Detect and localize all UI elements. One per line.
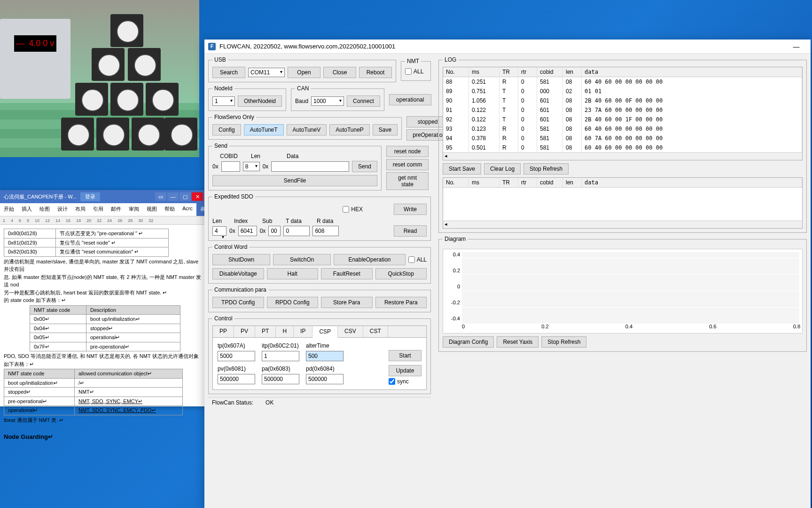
log-row[interactable]: 950.501R05810860 40 60 00 00 00 00 00 (443, 143, 802, 152)
len-select[interactable]: 8 (243, 162, 260, 171)
shutdown-button[interactable]: ShutDown (212, 254, 270, 265)
log-row[interactable]: 920.122T0601082B 40 60 00 1F 00 00 00 (443, 115, 802, 124)
tab-pt[interactable]: PT (255, 326, 276, 337)
log-row[interactable]: 890.751T00000201 01 (443, 87, 802, 96)
quickstop-button[interactable]: QuickStop (375, 268, 427, 279)
hex-check[interactable]: HEX (343, 206, 363, 213)
ribbon-tab[interactable]: 帮助 (161, 203, 179, 216)
faultreset-button[interactable]: FaultReset (321, 268, 373, 279)
nmt-resetnode-button[interactable]: reset node (386, 146, 429, 157)
startsave-button[interactable]: Start Save (443, 163, 481, 175)
word-minimize[interactable]: — (167, 192, 179, 201)
halt-button[interactable]: Halt (267, 268, 319, 279)
tab-pv[interactable]: PV (234, 326, 255, 337)
data-input[interactable] (271, 161, 349, 172)
enableop-button[interactable]: EnableOperation (334, 254, 405, 265)
itp-input[interactable] (262, 351, 299, 361)
close-button[interactable]: Close (323, 67, 356, 78)
sdo-index-input[interactable] (238, 226, 257, 236)
cobid-input[interactable] (221, 161, 240, 172)
autotunev-button[interactable]: AutoTuneV (287, 124, 327, 135)
ribbon-tab[interactable]: 绘图 (36, 203, 54, 216)
pv-input[interactable] (218, 374, 255, 384)
log-table-2[interactable]: No. ms TR rtr cobid len data (443, 177, 803, 229)
switchon-button[interactable]: SwitchOn (273, 254, 331, 265)
sync-check[interactable]: sync (389, 378, 422, 385)
search-button[interactable]: Search (212, 67, 245, 78)
ribbon-tab[interactable]: 开始 (0, 203, 18, 216)
tab-pp[interactable]: PP (213, 326, 234, 337)
log-row[interactable]: 880.251R05810860 40 60 00 00 00 00 00 (443, 77, 802, 87)
disablev-button[interactable]: DisableVoltage (212, 268, 264, 279)
word-ribbon-toggle[interactable]: ▭ (155, 192, 166, 201)
altertime-input[interactable] (306, 351, 344, 361)
send-button[interactable]: Send (352, 161, 377, 172)
nmt-resetcomm-button[interactable]: reset comm (386, 159, 429, 170)
stoprefresh-button[interactable]: Stop Refresh (523, 163, 569, 175)
nmt-getstate-button[interactable]: get nmt state (386, 172, 429, 190)
word-titlebar[interactable]: 心流伺服_CANOPEN手册 - W... 登录 ▭ — ▢ ✕ (0, 190, 207, 203)
tab-csp[interactable]: CSP (312, 326, 338, 338)
log-row[interactable]: 940.378R05810860 7A 60 00 00 00 00 00 (443, 134, 802, 143)
cw-all-check[interactable]: ALL (408, 256, 427, 263)
nmt-operational-button[interactable]: operational (389, 94, 431, 105)
ribbon-tab[interactable]: 邮件 (107, 203, 125, 216)
reboot-button[interactable]: Reboot (359, 67, 392, 78)
sendfile-button[interactable]: SendFile (212, 175, 377, 186)
word-ribbon[interactable]: 开始 插入 绘图 设计 布局 引用 邮件 审阅 视图 帮助 Acrc 表设 布局 (0, 203, 207, 216)
port-select[interactable]: COM11 (248, 68, 285, 77)
ribbon-tab[interactable]: 设计 (54, 203, 71, 216)
sdo-sub-input[interactable] (268, 226, 281, 236)
log-scrollbar[interactable] (443, 152, 802, 160)
tab-h[interactable]: H (276, 326, 294, 337)
restore-button[interactable]: Restore Para (375, 297, 427, 308)
tab-ip[interactable]: IP (294, 326, 312, 337)
nodeid-select[interactable]: 1 (212, 96, 235, 106)
sdo-rdata-input[interactable] (312, 226, 339, 236)
ribbon-tab[interactable]: 插入 (18, 203, 36, 216)
flowcan-titlebar[interactable]: F FLOWCAN, 20220502, www.flowservo.com,2… (204, 40, 811, 54)
open-button[interactable]: Open (288, 67, 320, 78)
ribbon-tab[interactable]: 视图 (143, 203, 161, 216)
write-button[interactable]: Write (394, 204, 427, 215)
pa-input[interactable] (262, 374, 299, 384)
update-button[interactable]: Update (389, 365, 422, 376)
store-button[interactable]: Store Para (321, 297, 373, 308)
ribbon-tab[interactable]: 布局 (71, 203, 89, 216)
sdo-tdata-input[interactable] (283, 226, 310, 236)
pd-input[interactable] (306, 374, 344, 384)
autotunet-button[interactable]: AutoTuneT (244, 124, 284, 135)
log-table[interactable]: No. ms TR rtr cobid len data 880.251R058… (443, 67, 803, 160)
other-nodeid-button[interactable]: OtherNodeid (238, 95, 282, 107)
nmt-all-check[interactable]: ALL (405, 68, 423, 75)
sdo-len-select[interactable]: 4 (212, 226, 226, 236)
clearlog-button[interactable]: Clear Log (484, 163, 521, 175)
diagram-config-button[interactable]: Diagram Config (443, 336, 494, 348)
login-button[interactable]: 登录 (80, 192, 100, 201)
tab-csv[interactable]: CSV (338, 326, 363, 337)
reset-yaxis-button[interactable]: Reset Yaxis (497, 336, 539, 348)
log2-scrollbar[interactable] (443, 221, 802, 228)
autotunep-button[interactable]: AutoTuneP (329, 124, 370, 135)
log-row[interactable]: 930.123R05810860 40 60 00 00 00 00 00 (443, 124, 802, 134)
tpdo-button[interactable]: TPDO Config (212, 297, 264, 308)
ribbon-tab[interactable]: 审阅 (125, 203, 143, 216)
minimize-button[interactable]: — (786, 40, 807, 53)
diagram-stop-button[interactable]: Stop Refresh (541, 336, 586, 348)
start-button[interactable]: Start (389, 350, 422, 361)
word-close[interactable]: ✕ (192, 192, 203, 201)
baud-select[interactable]: 1000 (311, 96, 344, 106)
ribbon-tab[interactable]: 引用 (89, 203, 107, 216)
ribbon-tab[interactable]: Acrc (179, 203, 196, 216)
log-row[interactable]: 910.122T06010823 7A 60 00 00 00 00 00 (443, 105, 802, 115)
word-maximize[interactable]: ▢ (180, 192, 191, 201)
log-row[interactable]: 901.056T0601082B 40 60 00 0F 00 00 00 (443, 96, 802, 105)
save-button[interactable]: Save (373, 124, 398, 135)
tp-input[interactable] (218, 351, 255, 361)
word-document[interactable]: 0x80(0d128)节点状态变更为 "pre-operational " ↵ … (0, 225, 207, 444)
rpdo-button[interactable]: RPDO Config (267, 297, 319, 308)
connect-button[interactable]: Connect (347, 95, 380, 107)
tab-cst[interactable]: CST (363, 326, 388, 337)
config-button[interactable]: Config (212, 124, 241, 135)
read-button[interactable]: Read (394, 225, 427, 237)
